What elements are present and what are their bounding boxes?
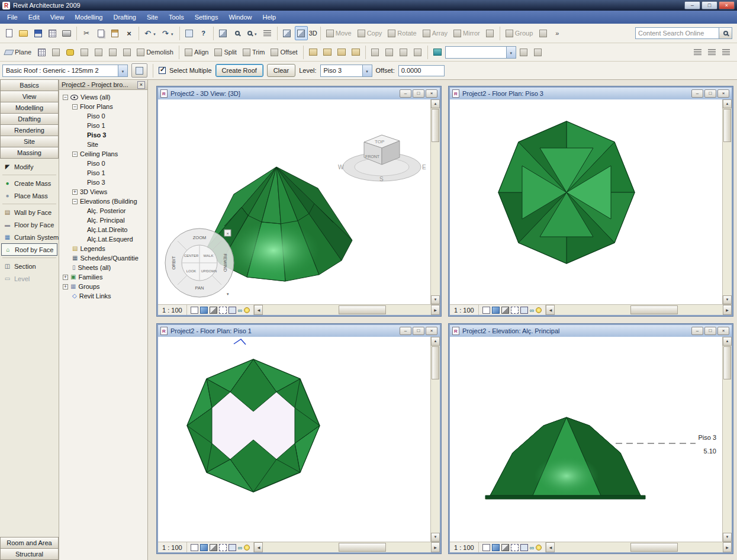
scroll-down-button[interactable] <box>723 533 732 542</box>
array-button[interactable]: Array <box>420 26 450 40</box>
wheel-updown-label[interactable]: UP/DOWN <box>201 269 217 273</box>
horizontal-scrollbar[interactable] <box>546 542 732 552</box>
minimize-button[interactable] <box>691 89 703 98</box>
horizontal-scrollbar[interactable] <box>254 305 440 315</box>
menu-file[interactable]: File <box>2 11 23 24</box>
cut-button[interactable] <box>80 26 93 40</box>
viewcube-top-label[interactable]: TOP <box>375 139 384 144</box>
crop-region-icon[interactable] <box>511 307 519 314</box>
dynamic-view-button[interactable] <box>217 26 230 40</box>
close-button[interactable] <box>426 327 437 335</box>
wheel-menu-icon[interactable]: ▾ <box>227 292 229 296</box>
scroll-up-button[interactable] <box>431 337 440 346</box>
horizontal-scrollbar[interactable] <box>546 305 732 315</box>
tree-item-schedules[interactable]: Schedules/Quantitie <box>59 253 147 263</box>
split-button[interactable]: Split <box>212 45 239 59</box>
crop-region-icon[interactable] <box>219 544 227 551</box>
editing-requests-button[interactable] <box>183 26 196 40</box>
zoom-dropdown-icon[interactable] <box>254 30 258 37</box>
linework-button[interactable] <box>92 45 105 59</box>
minimize-button[interactable] <box>691 327 703 335</box>
scroll-track[interactable] <box>263 542 431 552</box>
level-select[interactable]: Piso 3 <box>320 65 372 77</box>
tree-item-3d-views[interactable]: 3D Views <box>59 187 147 197</box>
window-titlebar[interactable]: R Project2 - Floor Plan: Piso 1 <box>158 325 440 337</box>
join-geometry-button[interactable] <box>369 45 382 59</box>
scroll-track[interactable] <box>723 380 732 533</box>
sort-ascending-button[interactable] <box>691 45 704 59</box>
scroll-track[interactable] <box>431 380 440 533</box>
shadows-icon[interactable] <box>501 307 509 314</box>
copy-to-clipboard-button[interactable] <box>94 26 107 40</box>
design-options-button[interactable] <box>719 45 732 59</box>
pin-button[interactable] <box>536 26 549 40</box>
scroll-thumb[interactable] <box>630 543 678 552</box>
offset-button[interactable]: Offset <box>268 45 300 59</box>
wheel-center-label[interactable]: CENTER <box>184 254 199 258</box>
scroll-right-button[interactable] <box>431 542 440 552</box>
scroll-left-button[interactable] <box>546 542 555 552</box>
wheel-rewind-label[interactable]: REWIND <box>223 254 228 272</box>
scroll-thumb[interactable] <box>339 543 386 552</box>
redo-dropdown-icon[interactable] <box>170 30 174 37</box>
render-button[interactable] <box>517 45 530 59</box>
tree-item-piso-0[interactable]: Piso 0 <box>59 159 147 168</box>
wheel-look-label[interactable]: LOOK <box>186 269 197 273</box>
scroll-up-button[interactable] <box>723 337 732 346</box>
tree-item-elevations[interactable]: Elevations (Building <box>59 197 147 206</box>
cut-geometry-button[interactable] <box>397 45 410 59</box>
wheel-orbit-label[interactable]: ORBIT <box>171 256 176 269</box>
detail-level-icon[interactable] <box>482 307 490 314</box>
scale-indicator[interactable]: 1 : 100 <box>450 305 479 315</box>
tape-measure-button[interactable] <box>63 45 76 59</box>
save-button[interactable] <box>31 26 44 40</box>
window-floor-plan-piso1[interactable]: R Project2 - Floor Plan: Piso 1 <box>157 324 441 553</box>
tree-item-views-all[interactable]: Views (all) <box>59 92 147 102</box>
detail-level-icon[interactable] <box>191 544 198 551</box>
dropdown-button[interactable] <box>506 47 516 58</box>
designbar-item-floor-by-face[interactable]: Floor by Face <box>0 218 59 231</box>
tree-item-sheets[interactable]: Sheets (all) <box>59 263 147 272</box>
reveal-hidden-icon[interactable] <box>536 545 542 551</box>
worksets-button[interactable] <box>46 26 59 40</box>
model-graphics-icon[interactable] <box>492 307 500 314</box>
scroll-right-button[interactable] <box>723 305 732 315</box>
detail-level-icon[interactable] <box>191 307 198 314</box>
render-settings-button[interactable] <box>532 45 545 59</box>
scroll-thumb[interactable] <box>339 305 386 314</box>
menu-window[interactable]: Window <box>223 11 257 24</box>
scroll-thumb[interactable] <box>630 305 678 314</box>
dropdown-button[interactable] <box>362 65 372 76</box>
tree-item-piso-1[interactable]: Piso 1 <box>59 168 147 178</box>
design-tab-site[interactable]: Site <box>0 136 59 147</box>
wheel-walk-label[interactable]: WALK <box>204 254 214 258</box>
work-plane-button[interactable]: Plane <box>2 45 34 59</box>
scroll-right-button[interactable] <box>723 542 732 552</box>
tree-item-alc-lat-esquerd[interactable]: Alç.Lat.Esquerd <box>59 234 147 244</box>
grid-button[interactable] <box>35 45 48 59</box>
collapse-icon[interactable] <box>72 152 78 157</box>
detail-level-icon[interactable] <box>482 544 490 551</box>
scroll-up-button[interactable] <box>723 99 732 108</box>
content-search-input[interactable] <box>636 30 719 37</box>
show-crop-icon[interactable] <box>228 307 236 314</box>
designbar-item-roof-by-face[interactable]: Roof by Face <box>1 243 57 256</box>
canvas-floor-plan-piso1[interactable] <box>158 337 430 542</box>
type-selector[interactable]: Basic Roof : Generic - 125mm 2 <box>2 65 128 77</box>
crop-region-icon[interactable] <box>511 544 519 551</box>
render-region-button[interactable] <box>431 45 444 59</box>
app-titlebar[interactable]: R Revit Architecture 2009 <box>0 0 737 11</box>
design-tab-modelling[interactable]: Modelling <box>0 102 59 114</box>
mirror-button[interactable]: Mirror <box>451 26 482 40</box>
design-tab-drafting[interactable]: Drafting <box>0 113 59 125</box>
reveal-hidden-icon[interactable] <box>244 545 250 551</box>
menu-help[interactable]: Help <box>258 11 282 24</box>
window-titlebar[interactable]: R Project2 - Floor Plan: Piso 3 <box>450 88 732 99</box>
wheel-pan-label[interactable]: PAN <box>195 285 204 291</box>
window-3d-view[interactable]: R Project2 - 3D View: {3D} <box>157 86 441 316</box>
viewcube-front-label[interactable]: FRONT <box>365 155 380 159</box>
select-multiple-checkbox[interactable] <box>159 67 166 74</box>
undo-dropdown-icon[interactable] <box>153 30 156 37</box>
reveal-hidden-icon[interactable] <box>536 307 542 313</box>
menu-modelling[interactable]: Modelling <box>69 11 108 24</box>
